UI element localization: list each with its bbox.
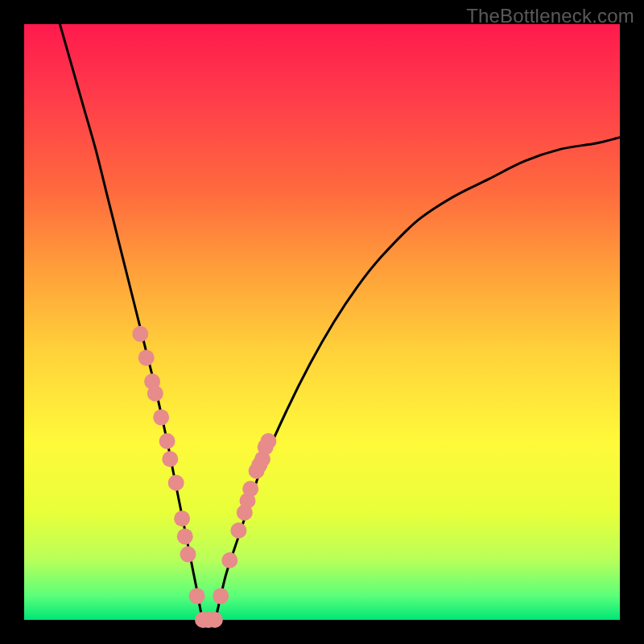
highlight-dot	[147, 386, 163, 402]
highlight-dot	[168, 475, 184, 491]
highlight-dot	[213, 588, 229, 604]
highlight-dot	[180, 547, 196, 563]
highlight-dot	[230, 522, 246, 539]
curve-group	[60, 24, 620, 622]
chart-frame: TheBottleneck.com	[0, 0, 644, 644]
chart-svg	[24, 24, 620, 620]
highlight-dot	[132, 326, 148, 342]
highlight-dot	[159, 433, 175, 449]
watermark-label: TheBottleneck.com	[466, 5, 634, 27]
highlight-dot	[153, 409, 169, 425]
highlight-dot	[177, 528, 193, 544]
highlight-dot	[221, 552, 237, 568]
highlight-dot	[189, 588, 205, 604]
highlight-dot	[242, 481, 258, 497]
highlight-dot	[162, 451, 178, 467]
highlight-dot	[260, 433, 276, 449]
chart-plot-area	[24, 24, 620, 620]
highlight-dot	[138, 349, 155, 365]
highlight-dots-group	[132, 326, 276, 628]
highlight-dot	[174, 510, 190, 526]
highlight-dot	[207, 612, 223, 628]
bottleneck-curve	[60, 24, 620, 622]
